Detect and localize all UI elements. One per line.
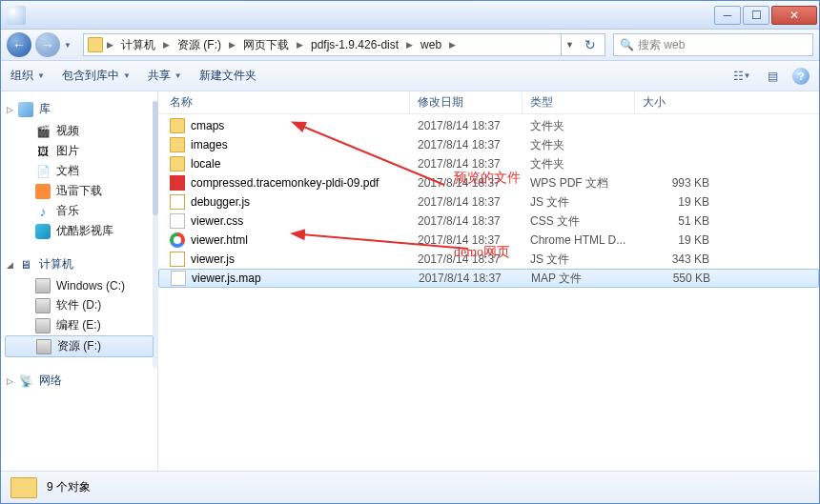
sidebar-item-documents[interactable]: 文档	[1, 161, 157, 181]
sidebar-item-drive-e[interactable]: 编程 (E:)	[1, 315, 157, 335]
file-name: cmaps	[191, 119, 224, 132]
navbar: ← → ▼ ▶ 计算机 ▶ 资源 (F:) ▶ 网页下载 ▶ pdfjs-1.9…	[1, 30, 819, 61]
content-area: ▷库 视频 图片 文档 迅雷下载 音乐 优酷影视库 ◢计算机 Windows (…	[1, 91, 819, 471]
sidebar-item-xunlei[interactable]: 迅雷下载	[1, 181, 157, 201]
file-date: 2017/8/14 18:37	[410, 157, 523, 171]
file-name: viewer.js.map	[192, 272, 261, 285]
sidebar-item-pictures[interactable]: 图片	[1, 141, 157, 161]
sidebar-item-music[interactable]: 音乐	[1, 201, 157, 221]
youku-icon	[35, 224, 51, 239]
file-name: images	[191, 138, 228, 151]
sidebar-item-video[interactable]: 视频	[1, 121, 157, 141]
chrome-icon	[170, 232, 185, 248]
disk-icon	[35, 298, 51, 313]
sidebar-item-youku[interactable]: 优酷影视库	[1, 221, 157, 241]
file-type: WPS PDF 文档	[523, 175, 635, 192]
file-name: viewer.css	[191, 214, 243, 228]
search-input[interactable]: 🔍 搜索 web	[613, 33, 813, 56]
file-size: 19 KB	[635, 195, 721, 209]
chevron-right-icon[interactable]: ▶	[447, 40, 458, 50]
file-date: 2017/8/14 18:37	[410, 176, 523, 190]
organize-menu[interactable]: 组织▼	[10, 68, 45, 84]
file-row[interactable]: compressed.tracemonkey-pldi-09.pdf2017/8…	[158, 173, 819, 192]
chevron-right-icon[interactable]: ▶	[295, 40, 305, 50]
chevron-right-icon[interactable]: ▶	[404, 40, 415, 50]
back-button[interactable]: ←	[7, 32, 31, 57]
disk-icon	[35, 318, 51, 333]
chevron-right-icon[interactable]: ▶	[161, 40, 172, 50]
minimize-button[interactable]: ─	[714, 6, 741, 25]
forward-button[interactable]: →	[35, 32, 60, 57]
sidebar-network-head[interactable]: ▷网络	[1, 371, 157, 393]
file-size: 51 KB	[635, 214, 721, 228]
refresh-button[interactable]: ↻	[580, 34, 601, 55]
col-name[interactable]: 名称	[162, 91, 410, 113]
bc-folder2[interactable]: pdfjs-1.9.426-dist	[307, 38, 402, 51]
file-name: compressed.tracemonkey-pldi-09.pdf	[191, 176, 379, 190]
sidebar-item-drive-d[interactable]: 软件 (D:)	[1, 295, 157, 315]
col-type[interactable]: 类型	[523, 91, 635, 113]
sidebar-computer-head[interactable]: ◢计算机	[1, 254, 157, 276]
disk-icon	[36, 339, 51, 354]
music-icon	[35, 204, 51, 219]
file-icon	[170, 213, 185, 229]
include-menu[interactable]: 包含到库中▼	[62, 68, 131, 84]
js-icon	[170, 252, 185, 267]
file-row[interactable]: viewer.css2017/8/14 18:37CSS 文件51 KB	[158, 212, 819, 231]
folder-icon	[170, 156, 185, 171]
folder-icon	[88, 37, 103, 52]
help-button[interactable]: ?	[792, 68, 810, 85]
computer-icon	[18, 257, 33, 272]
status-bar: 9 个对象	[1, 471, 819, 503]
path-dropdown[interactable]: ▼	[561, 34, 578, 55]
history-dropdown[interactable]: ▼	[64, 41, 75, 50]
file-name: viewer.html	[191, 233, 248, 247]
file-row[interactable]: images2017/8/14 18:37文件夹	[158, 135, 819, 154]
pdf-icon	[170, 175, 185, 191]
file-row[interactable]: viewer.js.map2017/8/14 18:37MAP 文件550 KB	[158, 269, 819, 288]
share-menu[interactable]: 共享▼	[148, 68, 182, 84]
col-size[interactable]: 大小	[635, 91, 721, 113]
explorer-window: ─ ☐ ✕ ← → ▼ ▶ 计算机 ▶ 资源 (F:) ▶ 网页下载 ▶ pdf…	[0, 0, 820, 504]
disk-icon	[35, 278, 51, 293]
sidebar-item-drive-f[interactable]: 资源 (F:)	[5, 335, 154, 357]
file-row[interactable]: viewer.js2017/8/14 18:37JS 文件343 KB	[158, 250, 819, 269]
sidebar: ▷库 视频 图片 文档 迅雷下载 音乐 优酷影视库 ◢计算机 Windows (…	[1, 91, 158, 471]
maximize-button[interactable]: ☐	[743, 6, 769, 25]
file-row[interactable]: locale2017/8/14 18:37文件夹	[158, 154, 819, 173]
file-row[interactable]: viewer.html2017/8/14 18:37Chrome HTML D.…	[158, 231, 819, 250]
file-row[interactable]: cmaps2017/8/14 18:37文件夹	[158, 116, 819, 135]
search-placeholder: 搜索 web	[638, 37, 685, 53]
col-date[interactable]: 修改日期	[410, 91, 523, 113]
file-date: 2017/8/14 18:37	[410, 195, 523, 209]
view-button[interactable]: ☷ ▼	[731, 67, 752, 86]
file-type: 文件夹	[523, 137, 635, 153]
preview-pane-button[interactable]: ▤	[762, 67, 783, 86]
video-icon	[35, 124, 51, 139]
network-icon	[18, 373, 33, 389]
newfolder-button[interactable]: 新建文件夹	[199, 68, 256, 84]
file-size: 993 KB	[635, 176, 721, 190]
file-date: 2017/8/14 18:37	[410, 252, 523, 266]
chevron-right-icon[interactable]: ▶	[227, 40, 237, 50]
file-list: 名称 修改日期 类型 大小 cmaps2017/8/14 18:37文件夹ima…	[158, 91, 819, 471]
folder-icon	[10, 477, 37, 498]
file-name: debugger.js	[191, 195, 250, 209]
bc-computer[interactable]: 计算机	[117, 37, 159, 53]
close-button[interactable]: ✕	[771, 6, 817, 25]
bc-drive[interactable]: 资源 (F:)	[174, 37, 225, 53]
sidebar-lib-head[interactable]: ▷库	[1, 99, 157, 121]
file-type: 文件夹	[523, 118, 635, 134]
chevron-right-icon[interactable]: ▶	[105, 40, 115, 50]
bc-folder1[interactable]: 网页下载	[239, 37, 293, 53]
bc-folder3[interactable]: web	[417, 38, 445, 51]
folder-icon	[170, 137, 185, 152]
library-icon	[18, 102, 33, 117]
file-row[interactable]: debugger.js2017/8/14 18:37JS 文件19 KB	[158, 192, 819, 212]
file-icon	[171, 271, 186, 286]
js-icon	[170, 194, 185, 210]
file-type: CSS 文件	[523, 213, 635, 230]
search-icon: 🔍	[620, 38, 634, 51]
breadcrumb[interactable]: ▶ 计算机 ▶ 资源 (F:) ▶ 网页下载 ▶ pdfjs-1.9.426-d…	[83, 33, 605, 56]
sidebar-item-drive-c[interactable]: Windows (C:)	[1, 276, 157, 295]
